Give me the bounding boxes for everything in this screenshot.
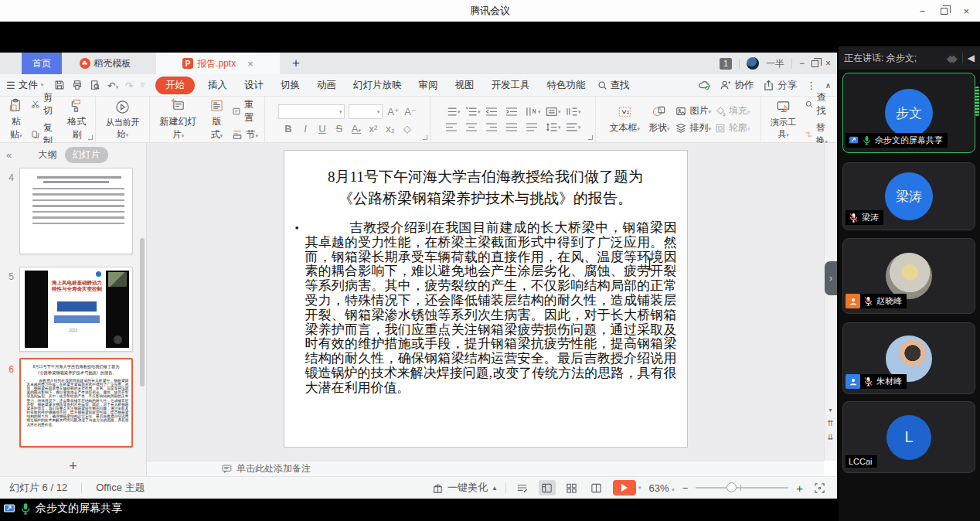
collapse-ribbon-icon[interactable]: ∧ bbox=[825, 81, 831, 90]
font-color-button[interactable]: A▾ bbox=[349, 123, 362, 135]
menu-item-insert[interactable]: 插入 bbox=[199, 79, 236, 92]
tab-close-icon[interactable]: × bbox=[247, 58, 254, 70]
slide-page[interactable]: 8月11号下午河海大学吉伯海教授给我们做了题为 《公路桥梁钢箱梁养护技术与挑战》… bbox=[284, 151, 687, 447]
tab-document[interactable]: P 报告.pptx × bbox=[156, 53, 280, 74]
subscript-button[interactable]: x₂ bbox=[383, 123, 396, 135]
find-button[interactable]: 查找 bbox=[805, 91, 832, 117]
menu-item-slideshow[interactable]: 幻灯片放映 bbox=[345, 79, 410, 92]
theme-name[interactable]: Office 主题 bbox=[96, 481, 145, 495]
avatar[interactable] bbox=[747, 57, 759, 70]
increase-indent-button[interactable] bbox=[505, 107, 520, 117]
increase-font-icon[interactable]: A⁺ bbox=[386, 106, 400, 117]
slide-thumbnail-4[interactable] bbox=[19, 168, 133, 254]
redo-icon[interactable]: ↷ bbox=[125, 80, 133, 91]
more-menu-icon[interactable]: ⋮ bbox=[806, 80, 816, 91]
menu-item-design[interactable]: 设计 bbox=[236, 79, 272, 92]
add-slide-button[interactable]: + bbox=[0, 458, 146, 475]
participant-tile[interactable]: 赵晓峰 bbox=[842, 238, 975, 314]
italic-button[interactable]: I bbox=[298, 123, 311, 135]
doc-count-badge[interactable]: 1 bbox=[720, 58, 732, 70]
expand-pane-handle[interactable]: › bbox=[825, 261, 837, 295]
account-label[interactable]: 一半 bbox=[766, 57, 784, 70]
shapes-button[interactable]: 形状▾ bbox=[646, 104, 672, 135]
save-icon[interactable] bbox=[54, 80, 65, 90]
zoom-in-button[interactable]: + bbox=[796, 482, 803, 495]
participant-tile[interactable]: 朱材峰 bbox=[842, 322, 975, 394]
zoom-slider[interactable] bbox=[696, 480, 788, 495]
participant-tile-sharing[interactable]: 步文 佘步文的屏幕共享 bbox=[842, 73, 975, 153]
normal-view-button[interactable] bbox=[539, 480, 556, 495]
close-icon[interactable]: × bbox=[963, 5, 969, 17]
justify-button[interactable] bbox=[505, 122, 520, 133]
customize-toolbar-icon[interactable]: ▽ bbox=[141, 82, 145, 88]
presentation-tools-button[interactable]: 演示工具▾ bbox=[766, 100, 800, 140]
reading-view-button[interactable] bbox=[588, 480, 605, 495]
decrease-indent-button[interactable] bbox=[485, 107, 500, 117]
new-slide-button[interactable]: 新建幻灯片▾ bbox=[155, 98, 202, 141]
zoom-out-button[interactable]: − bbox=[682, 482, 689, 494]
layout-button[interactable]: 版式▾ bbox=[206, 98, 229, 141]
textbox-button[interactable]: 文本框▾ bbox=[607, 104, 642, 135]
collab-button[interactable]: 协作 bbox=[720, 79, 754, 92]
cloud-sync-icon[interactable] bbox=[699, 80, 710, 91]
zoom-slider-knob[interactable] bbox=[726, 482, 737, 492]
reset-button[interactable]: 重置 bbox=[232, 98, 260, 124]
align-right-button[interactable] bbox=[485, 122, 500, 133]
next-slide-icon[interactable]: ⇊ bbox=[827, 433, 833, 441]
tab-home[interactable]: 首页 bbox=[22, 53, 62, 74]
fit-slide-button[interactable] bbox=[811, 480, 828, 495]
picture-button[interactable]: 图片▾ bbox=[675, 104, 711, 117]
align-center-button[interactable] bbox=[465, 122, 480, 133]
slide-thumbnail-6-selected[interactable]: 8月11号下午河海大学吉伯海教授给我们做了题为 《公路桥梁钢箱梁养护技术与挑战》… bbox=[19, 358, 133, 448]
underline-button[interactable]: U bbox=[315, 123, 328, 135]
slide-canvas[interactable]: 8月11号下午河海大学吉伯海教授给我们做了题为 《公路桥梁钢箱梁养护技术与挑战》… bbox=[147, 143, 824, 461]
new-tab-button[interactable]: + bbox=[292, 56, 300, 71]
align-left-button[interactable] bbox=[445, 122, 460, 133]
collapse-sidebar-icon[interactable]: ◀ bbox=[968, 53, 975, 63]
slideshow-play-button[interactable] bbox=[613, 480, 636, 495]
menu-item-transition[interactable]: 切换 bbox=[272, 79, 308, 92]
fill-button[interactable]: 填充▾ bbox=[715, 104, 750, 117]
clear-format-button[interactable]: ◇ bbox=[400, 123, 413, 135]
panel-scrollbar-thumb[interactable] bbox=[140, 238, 145, 386]
numbering-button[interactable]: ▾ bbox=[465, 107, 480, 117]
previous-slide-icon[interactable]: ⇈ bbox=[827, 419, 833, 427]
file-menu[interactable]: ☰ 文件 ▾ bbox=[6, 79, 43, 92]
paste-button[interactable]: 粘贴▾ bbox=[5, 98, 27, 141]
undo-icon[interactable]: ↶▾ bbox=[107, 80, 118, 91]
collapse-panel-icon[interactable]: « bbox=[6, 149, 12, 161]
format-painter-button[interactable]: 格式刷 bbox=[63, 98, 91, 141]
menu-item-animation[interactable]: 动画 bbox=[308, 79, 345, 92]
menu-item-review[interactable]: 审阅 bbox=[410, 79, 447, 92]
wps-restore-icon[interactable] bbox=[812, 60, 818, 67]
wps-minimize-icon[interactable]: − bbox=[799, 58, 805, 69]
text-direction-button[interactable]: ▾ bbox=[526, 107, 540, 117]
font-name-select[interactable]: ▾ bbox=[278, 104, 345, 119]
slide-thumbnail-5[interactable]: 海上风电桩基础静动力特性与全寿命灾变控制 2023 bbox=[19, 267, 133, 352]
cut-button[interactable]: 剪切 bbox=[31, 91, 59, 117]
font-size-select[interactable]: ▾ bbox=[349, 104, 383, 119]
bullets-button[interactable]: ▾ bbox=[445, 107, 460, 117]
print-preview-icon[interactable] bbox=[90, 80, 100, 90]
find-menu[interactable]: 查找 bbox=[597, 79, 630, 92]
beautify-button[interactable]: 一键美化 ▲ bbox=[432, 481, 498, 495]
print-icon[interactable] bbox=[72, 80, 83, 90]
bold-button[interactable]: B bbox=[281, 123, 294, 135]
menu-item-features[interactable]: 特色功能 bbox=[539, 79, 594, 92]
zoom-level[interactable]: 63% ▾ bbox=[648, 482, 674, 494]
play-options-icon[interactable]: ▾ bbox=[638, 485, 641, 491]
play-from-current-button[interactable]: 从当前开始▾ bbox=[100, 100, 145, 140]
distribute-button[interactable] bbox=[526, 122, 540, 133]
slides-tab[interactable]: 幻灯片 bbox=[65, 147, 108, 163]
align-text-button[interactable]: ▾ bbox=[546, 107, 560, 117]
line-spacing-button[interactable]: ▾ bbox=[546, 122, 560, 133]
notes-view-button[interactable] bbox=[514, 480, 531, 495]
section-button[interactable]: 节▾ bbox=[232, 128, 260, 141]
slide-sorter-button[interactable] bbox=[563, 480, 580, 495]
strikethrough-button[interactable]: S bbox=[332, 123, 345, 135]
participant-tile[interactable]: L LCCai bbox=[842, 401, 975, 473]
participant-tile[interactable]: 梁涛 梁涛 bbox=[842, 162, 975, 230]
menu-item-view[interactable]: 视图 bbox=[447, 79, 483, 92]
outline-button[interactable]: 轮廓▾ bbox=[715, 121, 750, 135]
menu-item-home[interactable]: 开始 bbox=[155, 77, 195, 94]
